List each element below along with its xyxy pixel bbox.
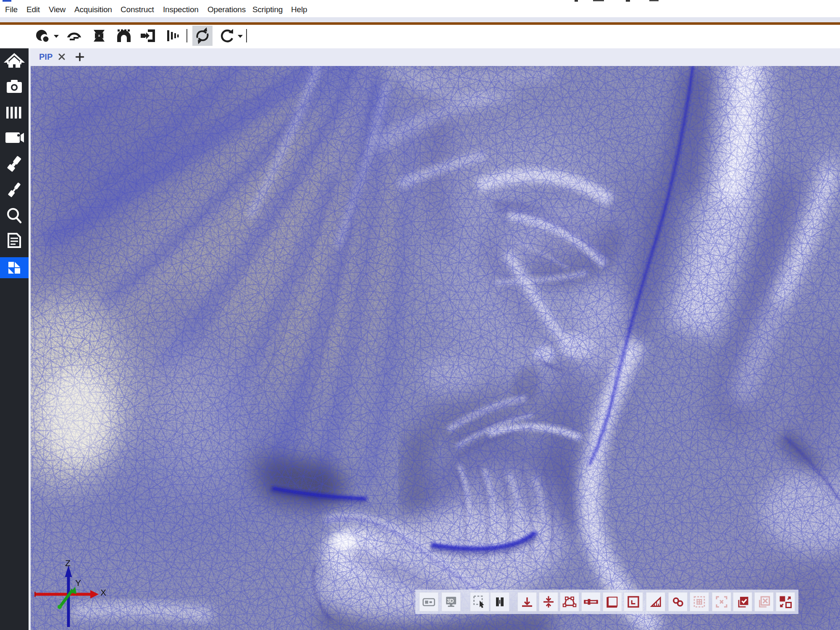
svg-text:3D: 3D [447, 598, 454, 604]
svg-text:Y: Y [75, 578, 81, 588]
svg-text:Z: Z [65, 558, 71, 568]
svg-text:X: X [100, 588, 106, 597]
